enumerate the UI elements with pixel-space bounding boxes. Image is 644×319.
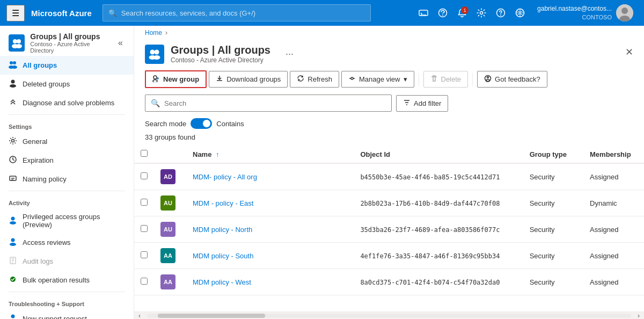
row-grouptype-cell: Security [523,269,583,295]
search-mode-toggle[interactable] [191,118,212,129]
row-membership-cell: Assigned [583,216,644,243]
group-name-link[interactable]: MDM - policy - East [193,199,253,207]
select-all-checkbox[interactable] [141,150,148,157]
row-checkbox-cell[interactable] [134,216,154,243]
row-checkbox[interactable] [141,172,148,179]
all-groups-icon [9,60,17,70]
svg-point-18 [11,80,15,84]
new-group-button[interactable]: New group [145,70,207,88]
scroll-left-arrow[interactable]: ‹ [134,312,145,320]
row-checkbox-cell[interactable] [134,163,154,190]
user-menu[interactable]: gabriel.nastase@contos... CONTOSO [533,4,638,21]
bulk-operations-icon [9,275,17,285]
membership-value: Assigned [590,278,618,286]
user-name: gabriel.nastase@contos... [537,5,612,13]
groups-table-body: AD MDM- policy - All org b4550b3e-45ae-4… [134,163,644,295]
sidebar-item-diagnose[interactable]: Diagnose and solve problems [0,93,134,112]
search-mode-value: Contains [216,120,244,128]
manage-view-button[interactable]: Manage view ▾ [341,71,414,88]
search-input-container[interactable]: 🔍 [145,95,392,112]
user-org: CONTOSO [537,13,612,21]
sidebar-header-icon [9,34,25,52]
page-subtitle: Contoso - Azure Active Directory [171,56,270,64]
refresh-button[interactable]: Refresh [290,71,339,88]
help-icon[interactable] [492,4,509,21]
sidebar-item-label: General [23,137,47,146]
refresh-label: Refresh [308,75,332,83]
row-checkbox-cell[interactable] [134,269,154,295]
notifications-icon[interactable]: 1 [453,4,471,21]
group-name-link[interactable]: MDM- policy - All org [193,173,257,181]
row-checkbox[interactable] [141,251,148,258]
page-title: Groups | All groups [171,44,270,56]
search-input[interactable] [164,99,386,107]
row-name-cell: MDM policy - North [186,216,354,243]
membership-value: Assigned [590,226,618,234]
sidebar-divider-3 [9,292,125,292]
row-avatar-cell: AD [154,163,186,190]
sidebar-item-deleted-groups[interactable]: Deleted groups [0,75,134,93]
row-objectid-cell: 4ef1fe76-3a35-4847-a46f-81369c95bb34 [354,243,523,269]
got-feedback-button[interactable]: Got feedback? [477,71,547,88]
breadcrumb-home[interactable]: Home [145,29,162,37]
row-checkbox-cell[interactable] [134,190,154,216]
global-search-bar[interactable]: 🔍 Search resources, services, and docs (… [103,4,371,21]
sidebar-item-expiration[interactable]: Expiration [0,151,134,170]
object-id-value: 4ef1fe76-3a35-4847-a46f-81369c95bb34 [360,252,500,260]
row-checkbox[interactable] [141,199,148,206]
page-subtitle: Contoso - Azure Active Directory [30,41,111,54]
row-membership-cell: Assigned [583,163,644,190]
close-button[interactable]: ✕ [625,46,633,58]
sidebar-item-bulk-operations[interactable]: Bulk operation results [0,271,134,289]
scroll-thumb[interactable] [158,314,265,318]
group-name-link[interactable]: MDM policy - South [193,252,253,260]
hamburger-menu[interactable]: ☰ [6,5,25,21]
group-name-link[interactable]: MDM policy - North [193,226,252,234]
scroll-track[interactable] [147,314,631,318]
directory-icon[interactable] [511,4,529,21]
search-mode-label: Search mode [145,120,186,128]
page-icon [145,45,164,64]
col-grouptype-header[interactable]: Group type [523,146,583,163]
diagnose-icon [9,98,17,108]
svg-point-34 [153,55,160,60]
group-type-value: Security [530,278,555,286]
horizontal-scrollbar[interactable]: ‹ › [134,311,644,319]
row-checkbox[interactable] [141,225,148,232]
col-objectid-header[interactable]: Object Id [354,146,523,163]
sidebar-collapse-button[interactable]: « [116,36,125,50]
sidebar-item-all-groups[interactable]: All groups [0,56,134,75]
svg-point-3 [480,12,483,15]
col-membership-header[interactable]: Membership [583,146,644,163]
sidebar-item-new-support[interactable]: New support request [0,309,134,319]
toolbar: New group Download groups Refresh Manage… [134,70,644,95]
group-type-value: Security [530,173,555,181]
cloud-shell-icon[interactable] [415,4,432,21]
sidebar-item-label: Deleted groups [23,80,70,88]
feedback-icon[interactable] [434,4,451,21]
delete-icon [430,75,438,84]
privileged-access-icon [9,216,17,226]
new-group-icon [152,75,160,84]
row-checkbox[interactable] [141,278,148,285]
settings-icon[interactable] [473,4,490,21]
sidebar-item-general[interactable]: General [0,132,134,151]
object-id-value: 8a0cd375-c701-42f4-b074-c54f70a32da0 [360,279,500,286]
group-name-link[interactable]: MDM policy - West [193,278,251,286]
table-row: AU MDM - policy - East 2b8b023a-17b6-410… [134,190,644,216]
delete-button[interactable]: Delete [423,71,469,88]
download-groups-button[interactable]: Download groups [209,71,288,88]
sidebar-header: Groups | All groups Contoso - Azure Acti… [0,26,134,56]
sidebar-item-privileged-access[interactable]: Privileged access groups (Preview) [0,208,134,233]
row-checkbox-cell[interactable] [134,243,154,269]
group-avatar: AA [160,248,175,263]
select-all-header[interactable] [134,146,154,163]
row-avatar-cell: AU [154,190,186,216]
sidebar-item-access-reviews[interactable]: Access reviews [0,233,134,252]
feedback-icon-2 [484,75,492,84]
col-name-header[interactable]: Name ↑ [186,146,354,163]
sidebar-item-naming-policy[interactable]: Naming policy [0,170,134,189]
add-filter-button[interactable]: Add filter [396,95,448,112]
scroll-right-arrow[interactable]: › [633,312,644,320]
more-options-button[interactable]: ··· [281,46,298,62]
